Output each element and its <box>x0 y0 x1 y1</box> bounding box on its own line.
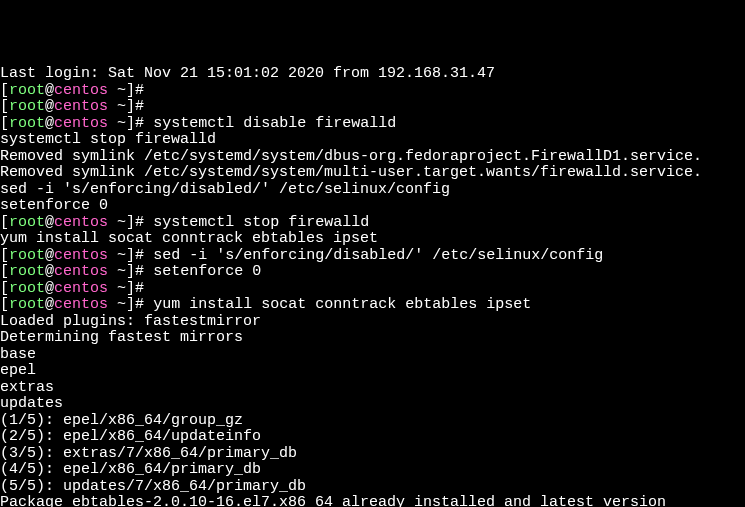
bracket-close: ] <box>126 263 135 280</box>
at-symbol: @ <box>45 280 54 297</box>
bracket-open: [ <box>0 280 9 297</box>
terminal-line: systemctl stop firewalld <box>0 132 745 149</box>
prompt-path: ~ <box>117 98 126 115</box>
at-symbol: @ <box>45 263 54 280</box>
output-text: Removed symlink /etc/systemd/system/dbus… <box>0 148 702 165</box>
prompt-symbol: # <box>135 98 153 115</box>
prompt-symbol: # <box>135 280 153 297</box>
prompt-path: ~ <box>117 247 126 264</box>
output-text: updates <box>0 395 63 412</box>
output-text: base <box>0 346 36 363</box>
prompt-user: root <box>9 98 45 115</box>
prompt-symbol: # <box>135 214 153 231</box>
prompt-host: centos <box>54 280 108 297</box>
prompt-path: ~ <box>117 214 126 231</box>
bracket-open: [ <box>0 247 9 264</box>
prompt-host: centos <box>54 214 108 231</box>
output-text: sed -i 's/enforcing/disabled/' /etc/seli… <box>0 181 450 198</box>
terminal-line: sed -i 's/enforcing/disabled/' /etc/seli… <box>0 182 745 199</box>
command-text: systemctl stop firewalld <box>153 214 369 231</box>
terminal-line: [root@centos ~]# sed -i 's/enforcing/dis… <box>0 248 745 265</box>
output-text: (1/5): epel/x86_64/group_gz <box>0 412 243 429</box>
prompt-path: ~ <box>117 82 126 99</box>
output-text: systemctl stop firewalld <box>0 131 216 148</box>
prompt-user: root <box>9 82 45 99</box>
terminal-line: epel <box>0 363 745 380</box>
terminal-line: yum install socat conntrack ebtables ips… <box>0 231 745 248</box>
at-symbol: @ <box>45 98 54 115</box>
terminal-line: (3/5): extras/7/x86_64/primary_db <box>0 446 745 463</box>
terminal-output[interactable]: Last login: Sat Nov 21 15:01:02 2020 fro… <box>0 66 745 507</box>
terminal-line: (1/5): epel/x86_64/group_gz <box>0 413 745 430</box>
output-text: yum install socat conntrack ebtables ips… <box>0 230 378 247</box>
command-text: setenforce 0 <box>153 263 261 280</box>
command-text: sed -i 's/enforcing/disabled/' /etc/seli… <box>153 247 603 264</box>
bracket-open: [ <box>0 82 9 99</box>
bracket-close: ] <box>126 82 135 99</box>
bracket-close: ] <box>126 115 135 132</box>
output-text: setenforce 0 <box>0 197 108 214</box>
prompt-host: centos <box>54 115 108 132</box>
prompt-path: ~ <box>117 115 126 132</box>
output-text: Last login: Sat Nov 21 15:01:02 2020 fro… <box>0 65 495 82</box>
terminal-line: Last login: Sat Nov 21 15:01:02 2020 fro… <box>0 66 745 83</box>
at-symbol: @ <box>45 214 54 231</box>
terminal-line: (5/5): updates/7/x86_64/primary_db <box>0 479 745 496</box>
terminal-line: [root@centos ~]# <box>0 83 745 100</box>
at-symbol: @ <box>45 247 54 264</box>
terminal-line: [root@centos ~]# systemctl stop firewall… <box>0 215 745 232</box>
terminal-line: setenforce 0 <box>0 198 745 215</box>
terminal-line: base <box>0 347 745 364</box>
prompt-host: centos <box>54 82 108 99</box>
bracket-close: ] <box>126 280 135 297</box>
prompt-user: root <box>9 296 45 313</box>
bracket-open: [ <box>0 296 9 313</box>
prompt-symbol: # <box>135 82 153 99</box>
terminal-line: Package ebtables-2.0.10-16.el7.x86_64 al… <box>0 495 745 507</box>
prompt-path: ~ <box>117 280 126 297</box>
prompt-host: centos <box>54 98 108 115</box>
output-text: extras <box>0 379 54 396</box>
prompt-user: root <box>9 263 45 280</box>
command-text: yum install socat conntrack ebtables ips… <box>153 296 531 313</box>
output-text: Determining fastest mirrors <box>0 329 243 346</box>
terminal-line: [root@centos ~]# systemctl disable firew… <box>0 116 745 133</box>
terminal-line: (2/5): epel/x86_64/updateinfo <box>0 429 745 446</box>
bracket-close: ] <box>126 247 135 264</box>
bracket-open: [ <box>0 214 9 231</box>
prompt-host: centos <box>54 296 108 313</box>
prompt-symbol: # <box>135 115 153 132</box>
bracket-close: ] <box>126 214 135 231</box>
output-text: Package ebtables-2.0.10-16.el7.x86_64 al… <box>0 494 666 507</box>
output-text: epel <box>0 362 36 379</box>
terminal-line: [root@centos ~]# setenforce 0 <box>0 264 745 281</box>
bracket-close: ] <box>126 296 135 313</box>
bracket-close: ] <box>126 98 135 115</box>
output-text: Loaded plugins: fastestmirror <box>0 313 261 330</box>
prompt-host: centos <box>54 263 108 280</box>
prompt-symbol: # <box>135 263 153 280</box>
prompt-symbol: # <box>135 296 153 313</box>
prompt-user: root <box>9 115 45 132</box>
bracket-open: [ <box>0 263 9 280</box>
output-text: (4/5): epel/x86_64/primary_db <box>0 461 261 478</box>
terminal-line: [root@centos ~]# <box>0 281 745 298</box>
terminal-line: Loaded plugins: fastestmirror <box>0 314 745 331</box>
prompt-path: ~ <box>117 296 126 313</box>
terminal-line: (4/5): epel/x86_64/primary_db <box>0 462 745 479</box>
at-symbol: @ <box>45 82 54 99</box>
at-symbol: @ <box>45 115 54 132</box>
at-symbol: @ <box>45 296 54 313</box>
output-text: (3/5): extras/7/x86_64/primary_db <box>0 445 297 462</box>
terminal-line: [root@centos ~]# <box>0 99 745 116</box>
terminal-line: Removed symlink /etc/systemd/system/dbus… <box>0 149 745 166</box>
bracket-open: [ <box>0 115 9 132</box>
command-text: systemctl disable firewalld <box>153 115 396 132</box>
terminal-line: [root@centos ~]# yum install socat connt… <box>0 297 745 314</box>
terminal-line: extras <box>0 380 745 397</box>
prompt-user: root <box>9 280 45 297</box>
prompt-symbol: # <box>135 247 153 264</box>
bracket-open: [ <box>0 98 9 115</box>
terminal-line: Removed symlink /etc/systemd/system/mult… <box>0 165 745 182</box>
output-text: (2/5): epel/x86_64/updateinfo <box>0 428 261 445</box>
